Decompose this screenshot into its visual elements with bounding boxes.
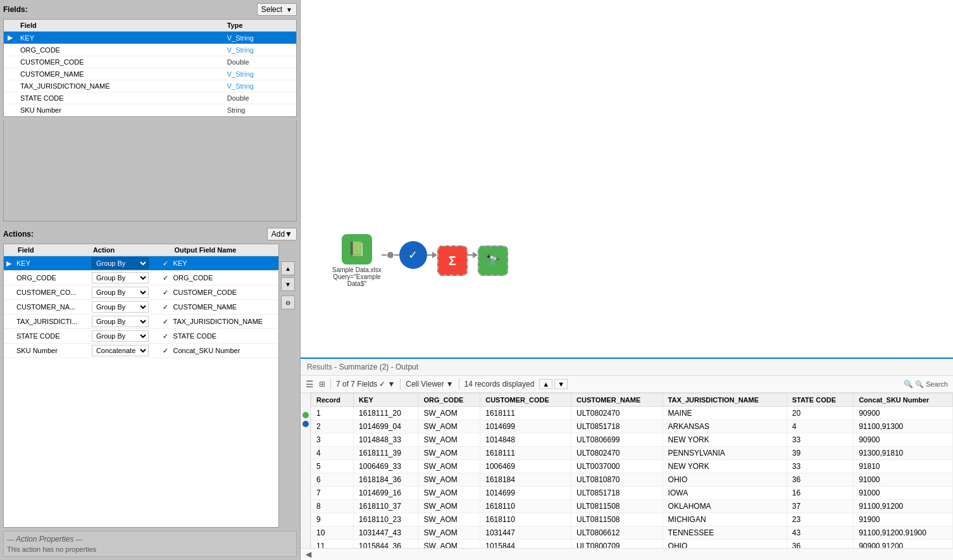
action-field: CUSTOMER_NA...	[14, 300, 89, 314]
row-ind	[4, 285, 14, 300]
table-cell: 90900,91200	[854, 540, 953, 549]
node-summarize[interactable]: Σ	[437, 246, 468, 276]
table-row[interactable]: 71014699_16SW_AOM1014699ULT0851718IOWA16…	[311, 487, 953, 500]
fields-table: Field Type ▶ KEY V_String ORG_CODE V_Str…	[4, 20, 296, 116]
action-select[interactable]: Group By	[92, 316, 149, 327]
move-down-button[interactable]: ▼	[281, 277, 295, 291]
actions-table-row[interactable]: CUSTOMER_CO... Group By ✓ CUSTOMER_CODE	[4, 285, 278, 300]
actions-table-row[interactable]: SKU Number Concatenate ✓ Concat_SKU Numb…	[4, 344, 278, 358]
table-cell: ARKANSAS	[663, 420, 787, 433]
fields-table-row[interactable]: STATE CODE Double	[4, 92, 296, 104]
action-select[interactable]: Group By	[92, 287, 149, 298]
col-tax_jurisdiction_name: TAX_JURISDICTION_NAME	[663, 394, 787, 407]
node-browse[interactable]: 🔭	[478, 246, 508, 276]
data-table-container[interactable]: RecordKEYORG_CODECUSTOMER_CODECUSTOMER_N…	[311, 393, 953, 548]
row-indicator	[4, 56, 16, 68]
table-cell: 9	[311, 513, 354, 526]
fields-table-row[interactable]: ▶ KEY V_String	[4, 32, 296, 44]
select-button[interactable]: Select ▼	[257, 3, 297, 16]
action-type-cell: Group By	[89, 314, 160, 329]
actions-table-row[interactable]: TAX_JURISDICTI... Group By ✓ TAX_JURISDI…	[4, 314, 278, 329]
action-select[interactable]: Group By	[92, 330, 149, 342]
actions-table-row[interactable]: STATE CODE Group By ✓ STATE CODE	[4, 329, 278, 344]
fields-table-row[interactable]: CUSTOMER_CODE Double	[4, 56, 296, 68]
table-cell: 1015844_36	[354, 540, 418, 549]
table-row[interactable]: 81618110_37SW_AOM1618110ULT0811508OKLAHO…	[311, 500, 953, 513]
table-cell: 8	[311, 500, 354, 513]
actions-header: Actions: Add ▼	[3, 228, 297, 240]
table-cell: SW_AOM	[418, 420, 480, 433]
action-output: Concat_SKU Number	[171, 344, 278, 358]
col-field: Field	[16, 20, 223, 32]
move-up-button[interactable]: ▲	[281, 261, 295, 275]
field-type: String	[223, 104, 296, 116]
table-cell: 1031447	[480, 526, 571, 540]
actions-table-row[interactable]: ORG_CODE Group By ✓ ORG_CODE	[4, 271, 278, 285]
action-chev: ✓	[160, 300, 171, 314]
action-type-cell: Group By	[89, 329, 160, 344]
table-row[interactable]: 41618111_39SW_AOM1618111ULT0802470PENNSY…	[311, 447, 953, 460]
table-row[interactable]: 91618110_23SW_AOM1618110ULT0811508MICHIG…	[311, 513, 953, 526]
nav-arrows: ▲ ▼	[539, 379, 568, 389]
table-cell: 1618111_20	[354, 407, 418, 420]
col-state-code: STATE CODE	[787, 394, 853, 407]
table-row[interactable]: 11618111_20SW_AOM1618111ULT0802470MAINE2…	[311, 407, 953, 420]
actions-table-row[interactable]: CUSTOMER_NA... Group By ✓ CUSTOMER_NAME	[4, 300, 278, 314]
table-row[interactable]: 111015844_36SW_AOM1015844ULT0800709OHIO3…	[311, 540, 953, 549]
table-row[interactable]: 21014699_04SW_AOM1014699ULT0851718ARKANS…	[311, 420, 953, 433]
table-row[interactable]: 51006469_33SW_AOM1006469ULT0037000NEW YO…	[311, 460, 953, 473]
action-field: KEY	[14, 256, 89, 271]
table-row[interactable]: 31014848_33SW_AOM1014848ULT0806699NEW YO…	[311, 433, 953, 447]
table-cell: 11	[311, 540, 354, 549]
table-cell: 33	[787, 433, 853, 447]
cell-viewer-button[interactable]: Cell Viewer ▼	[406, 380, 453, 389]
toolbar-sep-2	[400, 378, 401, 390]
fields-section: Fields: Select ▼ Field Type ▶ KEY V_Stri	[0, 0, 300, 225]
fields-table-row[interactable]: ORG_CODE V_String	[4, 44, 296, 56]
table-cell: 1618184_36	[354, 473, 418, 487]
table-cell: ULT0851718	[571, 420, 663, 433]
table-cell: 1014699	[480, 420, 571, 433]
field-name: KEY	[16, 32, 223, 44]
toolbar-list-icon[interactable]: ☰	[306, 379, 314, 389]
results-left-col	[301, 393, 311, 548]
table-cell: OKLAHOMA	[663, 500, 787, 513]
action-select[interactable]: Group By	[92, 272, 149, 283]
delete-button[interactable]: ⊖	[281, 296, 295, 309]
toolbar-table-icon[interactable]: ⊞	[319, 380, 325, 389]
fields-gray-area	[3, 120, 297, 221]
action-select[interactable]: Group By	[92, 301, 149, 313]
canvas-area[interactable]: 📗 Sample Data.xlsxQuery="ExampleData$" ✓	[301, 0, 953, 358]
fields-table-row[interactable]: CUSTOMER_NAME V_String	[4, 68, 296, 80]
action-chev: ✓	[160, 271, 171, 285]
add-button[interactable]: Add ▼	[267, 228, 297, 240]
fields-count: 7 of 7 Fields ✓ ▼	[336, 380, 395, 389]
scroll-left[interactable]: ◀	[306, 550, 311, 559]
table-cell: 1618111_39	[354, 447, 418, 460]
col-action: Action	[89, 244, 160, 256]
search-button[interactable]: 🔍 🔍 Search	[904, 380, 948, 389]
prev-record-button[interactable]: ▲	[539, 379, 552, 389]
node-input-label: Sample Data.xlsxQuery="ExampleData$"	[332, 266, 382, 287]
field-type: Double	[223, 56, 296, 68]
binoculars-icon: 🔭	[485, 253, 501, 268]
toolbar-sep-3	[459, 378, 459, 390]
fields-table-row[interactable]: TAX_JURISDICTION_NAME V_String	[4, 80, 296, 92]
checkmark-icon: ✓	[408, 248, 418, 262]
node-transform[interactable]: ✓	[399, 241, 427, 269]
next-record-button[interactable]: ▼	[554, 379, 568, 389]
action-type-cell: Group By	[89, 271, 160, 285]
row-ind	[4, 344, 14, 358]
action-select[interactable]: Group By	[92, 258, 149, 269]
table-row[interactable]: 61618184_36SW_AOM1618184ULT0810870OHIO36…	[311, 473, 953, 487]
row-indicator	[4, 104, 16, 116]
table-cell: 1618110	[480, 500, 571, 513]
fields-table-row[interactable]: SKU Number String	[4, 104, 296, 116]
field-name: ORG_CODE	[16, 44, 223, 56]
node-input[interactable]: 📗 Sample Data.xlsxQuery="ExampleData$"	[332, 234, 382, 287]
actions-table-row[interactable]: ▶ KEY Group By ✓ KEY	[4, 256, 278, 271]
connector-2	[427, 252, 437, 258]
action-select[interactable]: Concatenate	[92, 345, 149, 356]
table-cell: IOWA	[663, 487, 787, 500]
table-row[interactable]: 101031447_43SW_AOM1031447ULT0806612TENNE…	[311, 526, 953, 540]
